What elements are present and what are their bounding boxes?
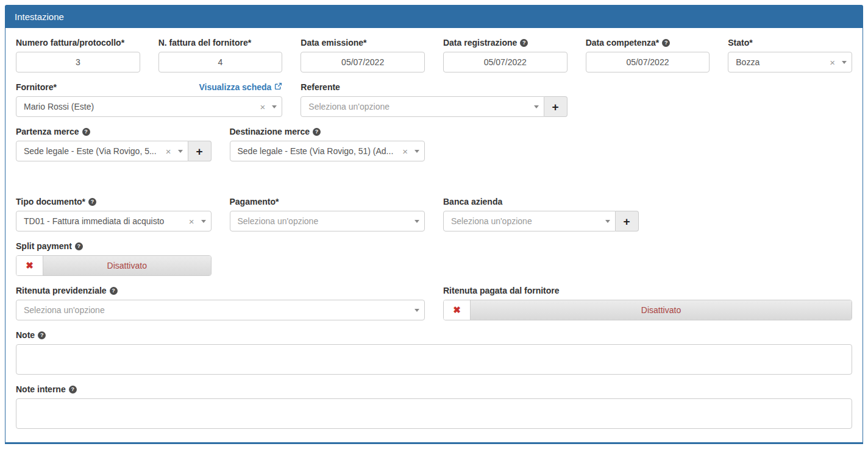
chevron-down-icon	[414, 150, 419, 153]
help-icon: ?	[662, 39, 670, 47]
clear-icon[interactable]: ×	[258, 102, 270, 111]
numero-fattura-input[interactable]	[16, 52, 140, 72]
split-payment-state: Disattivato	[43, 256, 211, 275]
intestazione-panel: Intestazione Numero fattura/protocollo* …	[5, 5, 863, 444]
note-textarea[interactable]	[16, 344, 852, 375]
partenza-merce-select[interactable]: Sede legale - Este (Via Rovigo, 5... ×	[16, 141, 188, 161]
note-label: Note ?	[16, 330, 852, 341]
panel-body: Numero fattura/protocollo* N. fattura de…	[5, 28, 863, 442]
plus-icon: +	[623, 216, 630, 227]
data-emissione-input[interactable]	[301, 52, 425, 72]
add-referente-button[interactable]: +	[544, 96, 567, 117]
referente-label: Referente	[301, 82, 567, 93]
add-banca-button[interactable]: +	[616, 211, 639, 231]
help-icon: ?	[75, 242, 83, 250]
data-competenza-label: Data competenza* ?	[586, 37, 710, 48]
clear-icon[interactable]: ×	[400, 147, 412, 156]
fornitore-label: Fornitore*	[16, 82, 57, 93]
row-documento: Tipo documento* ? TD01 - Fattura immedia…	[7, 196, 861, 241]
banca-azienda-select[interactable]: Seleziona un'opzione	[443, 211, 616, 231]
row-header-fields: Numero fattura/protocollo* N. fattura de…	[7, 37, 861, 82]
tipo-documento-select[interactable]: TD01 - Fattura immediata di acquisto ×	[16, 211, 212, 231]
note-interne-textarea[interactable]	[16, 398, 852, 429]
toggle-off-icon: ✖	[444, 300, 471, 320]
panel-title: Intestazione	[5, 5, 863, 28]
help-icon: ?	[520, 39, 528, 47]
destinazione-merce-select[interactable]: Sede legale - Este (Via Rovigo, 51) (Ad.…	[230, 141, 425, 161]
toggle-off-icon: ✖	[16, 256, 43, 275]
clear-icon[interactable]: ×	[187, 217, 199, 226]
help-icon: ?	[88, 198, 96, 206]
chevron-down-icon	[178, 150, 183, 153]
destinazione-merce-label: Destinazione merce ?	[230, 126, 425, 137]
stato-label: Stato*	[728, 37, 852, 48]
stato-select[interactable]: Bozza ×	[728, 52, 852, 72]
note-interne-label: Note interne ?	[16, 384, 852, 395]
split-payment-toggle[interactable]: ✖ Disattivato	[16, 255, 212, 276]
help-icon: ?	[69, 386, 77, 394]
visualizza-scheda-link[interactable]: Visualizza scheda	[199, 82, 283, 92]
ritenuta-pagata-toggle[interactable]: ✖ Disattivato	[443, 300, 852, 320]
split-payment-label: Split payment ?	[16, 241, 212, 252]
row-note: Note ?	[7, 330, 861, 384]
chevron-down-icon	[272, 105, 277, 108]
row-split-payment: Split payment ? ✖ Disattivato	[7, 241, 861, 285]
ritenuta-previdenziale-label: Ritenuta previdenziale ?	[16, 285, 425, 296]
clear-icon[interactable]: ×	[827, 58, 839, 67]
banca-azienda-label: Banca azienda	[443, 196, 639, 207]
clear-icon[interactable]: ×	[163, 147, 176, 156]
page: Intestazione Numero fattura/protocollo* …	[0, 0, 868, 466]
plus-icon: +	[196, 146, 202, 157]
referente-select[interactable]: Seleziona un'opzione	[301, 96, 544, 117]
partenza-merce-label: Partenza merce ?	[16, 126, 212, 137]
chevron-down-icon	[414, 309, 419, 312]
chevron-down-icon	[605, 220, 610, 223]
pagamento-label: Pagamento*	[230, 196, 425, 207]
n-fattura-fornitore-input[interactable]	[158, 52, 283, 72]
row-ritenute: Ritenuta previdenziale ? Seleziona un'op…	[7, 285, 861, 330]
row-merce: Partenza merce ? Sede legale - Este (Via…	[7, 126, 861, 171]
chevron-down-icon	[201, 220, 206, 223]
n-fattura-fornitore-label: N. fattura del fornitore*	[158, 37, 283, 48]
data-emissione-label: Data emissione*	[301, 37, 425, 48]
ritenuta-previdenziale-select[interactable]: Seleziona un'opzione	[16, 300, 425, 320]
data-registrazione-label: Data registrazione ?	[443, 37, 567, 48]
chevron-down-icon	[414, 220, 419, 223]
data-competenza-input[interactable]	[586, 52, 710, 72]
row-fornitore: Fornitore* Visualizza scheda	[7, 82, 861, 126]
help-icon: ?	[313, 128, 321, 136]
numero-fattura-label: Numero fattura/protocollo*	[16, 37, 140, 48]
plus-icon: +	[552, 101, 559, 113]
help-icon: ?	[82, 128, 90, 136]
fornitore-select[interactable]: Mario Rossi (Este) ×	[16, 96, 282, 117]
data-registrazione-input[interactable]	[443, 52, 567, 72]
chevron-down-icon	[842, 61, 847, 64]
ritenuta-pagata-label: Ritenuta pagata dal fornitore	[443, 285, 852, 296]
add-partenza-button[interactable]: +	[188, 141, 212, 161]
help-icon: ?	[110, 287, 118, 295]
help-icon: ?	[38, 331, 46, 339]
chevron-down-icon	[534, 105, 539, 108]
external-link-icon	[274, 82, 282, 92]
tipo-documento-label: Tipo documento* ?	[16, 196, 212, 207]
pagamento-select[interactable]: Seleziona un'opzione	[230, 211, 425, 231]
ritenuta-pagata-state: Disattivato	[471, 300, 852, 320]
row-note-interne: Note interne ?	[7, 384, 861, 429]
